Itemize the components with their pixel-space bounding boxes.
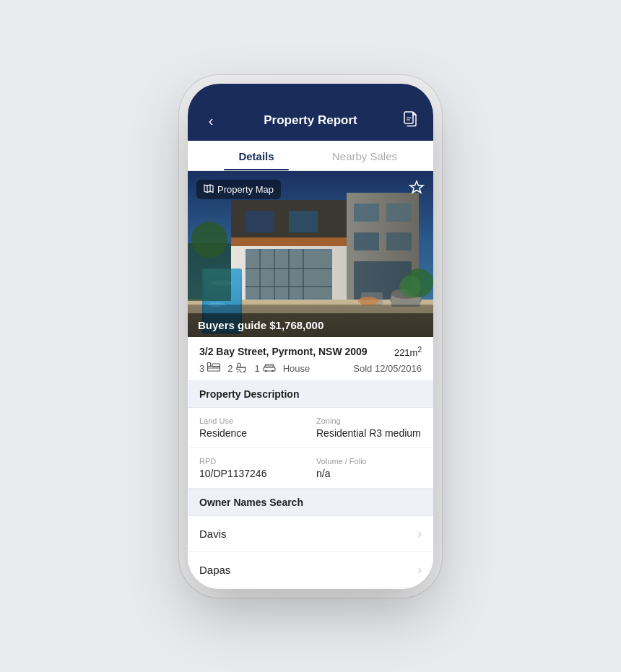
svg-rect-17 (354, 232, 379, 250)
property-type: House (283, 363, 310, 374)
owner-name-davis: Davis (199, 528, 227, 540)
header-title: Property Report (264, 113, 357, 128)
owner-names-header: Owner Names Search (188, 489, 433, 516)
favorite-button[interactable] (409, 180, 425, 200)
property-map-text: Property Map (217, 184, 274, 195)
property-map-button[interactable]: Property Description Property Map (196, 180, 281, 199)
property-size: 221m2 (394, 346, 422, 358)
svg-point-30 (399, 276, 421, 297)
land-use-zoning-grid: Land Use Residence Zoning Residential R3… (188, 408, 433, 448)
property-meta: 3 2 (199, 362, 422, 375)
cars-item: 1 (254, 362, 275, 374)
svg-rect-15 (354, 204, 379, 222)
rpd-value: 10/DP1137246 (199, 468, 305, 479)
land-use-label: Land Use (199, 416, 305, 425)
svg-rect-18 (386, 232, 412, 250)
owner-name-dapas: Dapas (199, 564, 230, 576)
svg-rect-39 (208, 363, 211, 367)
property-image-wrap: Property Description Property Map Buyers… (188, 171, 433, 337)
bed-icon (207, 362, 220, 374)
svg-rect-6 (289, 211, 318, 232)
phone-shell: ‹ Property Report Details Nearby Sales (188, 84, 433, 589)
map-icon (204, 183, 214, 196)
buyers-guide: Buyers guide $1,768,000 (188, 313, 433, 337)
app-header: ‹ Property Report (188, 104, 433, 141)
land-use-value: Residence (199, 427, 305, 439)
owner-item-dapas[interactable]: Dapas › (188, 552, 433, 588)
rpd-folio-grid: RPD 10/DP1137246 Volume / Folio n/a (188, 448, 433, 489)
svg-line-43 (238, 371, 238, 372)
svg-rect-16 (386, 204, 412, 222)
land-use-item: Land Use Residence (199, 416, 305, 439)
property-description-header: Property Description (188, 380, 433, 408)
svg-rect-33 (247, 250, 331, 298)
zoning-value: Residential R3 medium (316, 427, 422, 439)
owner-list: Davis › Dapas › (188, 516, 433, 588)
beds-count: 3 (199, 363, 204, 374)
back-button[interactable]: ‹ (201, 113, 221, 129)
rpd-label: RPD (199, 457, 305, 466)
svg-rect-4 (231, 237, 347, 246)
tabs: Details Nearby Sales (188, 141, 433, 171)
car-icon (263, 362, 276, 374)
baths-count: 2 (227, 363, 233, 374)
property-address: 3/2 Bay Street, Pyrmont, NSW 2009 (199, 346, 388, 357)
pdf-icon[interactable] (400, 111, 420, 131)
chevron-icon-2: › (417, 562, 422, 577)
sold-date: Sold 12/05/2016 (353, 363, 422, 374)
beds-item: 3 (199, 362, 220, 374)
folio-value: n/a (316, 468, 422, 479)
svg-point-47 (272, 370, 274, 372)
svg-rect-5 (246, 211, 274, 232)
svg-point-46 (265, 370, 267, 372)
baths-item: 2 (227, 362, 247, 375)
bath-icon (235, 362, 247, 375)
zoning-label: Zoning (316, 416, 422, 425)
folio-label: Volume / Folio (316, 457, 422, 466)
svg-point-32 (191, 222, 227, 258)
address-row: 3/2 Bay Street, Pyrmont, NSW 2009 221m2 (199, 346, 422, 358)
property-details: 3/2 Bay Street, Pyrmont, NSW 2009 221m2 … (188, 337, 433, 380)
owner-item-davis[interactable]: Davis › (188, 516, 433, 552)
svg-point-34 (358, 297, 378, 305)
tab-nearby-sales[interactable]: Nearby Sales (310, 141, 419, 170)
rpd-item: RPD 10/DP1137246 (199, 457, 305, 479)
status-bar (188, 84, 433, 104)
folio-item: Volume / Folio n/a (316, 457, 422, 479)
tab-details[interactable]: Details (202, 141, 310, 170)
chevron-icon: › (417, 526, 422, 541)
cars-count: 1 (254, 363, 259, 374)
content: Property Description Property Map Buyers… (188, 171, 433, 589)
zoning-item: Zoning Residential R3 medium (316, 416, 422, 439)
